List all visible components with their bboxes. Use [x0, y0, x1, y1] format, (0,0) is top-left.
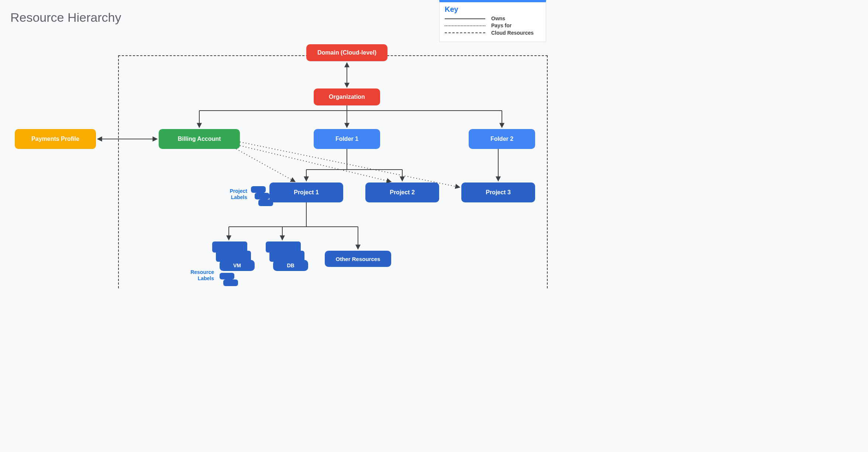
legend-line-dotted	[445, 25, 485, 26]
chip-project-label	[258, 199, 273, 206]
node-organization: Organization	[314, 88, 380, 105]
diagram-canvas: Resource Hierarchy Key Owns Pays for Clo…	[0, 0, 555, 289]
legend-line-solid	[445, 18, 485, 19]
legend-label-paysfor: Pays for	[491, 23, 512, 28]
chip-resource-label	[223, 279, 238, 286]
chip-project-label	[251, 186, 266, 193]
node-folder2: Folder 2	[469, 129, 535, 149]
node-vm: VM	[220, 260, 255, 271]
node-project3: Project 3	[461, 182, 535, 202]
label-project-labels: Project Labels	[221, 188, 247, 201]
chip-project-label	[255, 193, 269, 199]
node-other-resources: Other Resources	[325, 251, 391, 267]
node-project1: Project 1	[269, 182, 343, 202]
node-db: DB	[273, 260, 308, 271]
legend-row-paysfor: Pays for	[445, 23, 541, 28]
legend-row-cloud: Cloud Resources	[445, 30, 541, 36]
node-payments-profile: Payments Profile	[15, 129, 96, 149]
node-billing-account: Billing Account	[159, 129, 240, 149]
legend-label-owns: Owns	[491, 16, 505, 21]
label-resource-labels: Resource Labels	[181, 269, 214, 282]
node-project2: Project 2	[365, 182, 439, 202]
chip-resource-label	[220, 273, 234, 279]
node-domain: Domain (Cloud-level)	[306, 44, 388, 61]
legend-row-owns: Owns	[445, 16, 541, 21]
legend-line-dashed	[445, 32, 485, 33]
diagram-title: Resource Hierarchy	[10, 10, 121, 25]
legend-title: Key	[445, 5, 541, 14]
legend-box: Key Owns Pays for Cloud Resources	[439, 0, 546, 42]
legend-label-cloud: Cloud Resources	[491, 30, 534, 36]
node-folder1: Folder 1	[314, 129, 380, 149]
